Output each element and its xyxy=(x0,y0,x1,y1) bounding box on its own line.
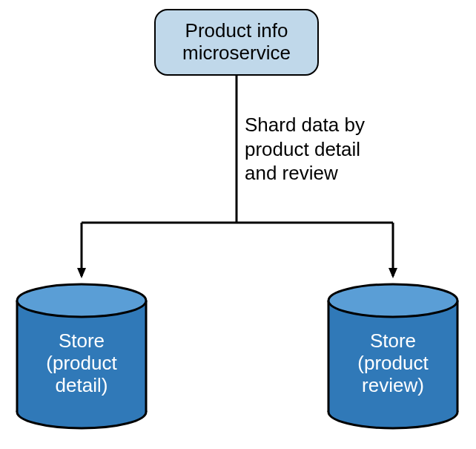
edge-line1: Shard data by xyxy=(245,114,365,136)
box-line2: microservice xyxy=(182,42,291,64)
box-line1: Product info xyxy=(185,19,288,42)
cyl-right-line3: review) xyxy=(362,374,424,396)
product-info-microservice-box: Product info microservice xyxy=(154,9,319,76)
edge-line2: product detail xyxy=(245,138,360,160)
cyl-left-line3: detail) xyxy=(56,374,108,396)
diagram-canvas: Product info microservice Shard data by … xyxy=(0,0,476,449)
cylinder-label: Store (product detail) xyxy=(15,330,148,397)
edge-label: Shard data by product detail and review xyxy=(245,113,452,186)
svg-point-13 xyxy=(328,284,457,317)
svg-point-8 xyxy=(17,284,146,317)
cylinder-label: Store (product review) xyxy=(326,330,460,397)
edge-line3: and review xyxy=(245,162,338,184)
box-label: Product info microservice xyxy=(182,20,291,65)
cyl-left-line2: (product xyxy=(46,352,116,374)
cyl-left-line1: Store xyxy=(59,330,105,352)
cyl-right-line1: Store xyxy=(370,330,416,352)
cyl-right-line2: (product xyxy=(357,352,428,374)
store-product-detail-cylinder: Store (product detail) xyxy=(15,282,148,430)
store-product-review-cylinder: Store (product review) xyxy=(326,282,460,430)
